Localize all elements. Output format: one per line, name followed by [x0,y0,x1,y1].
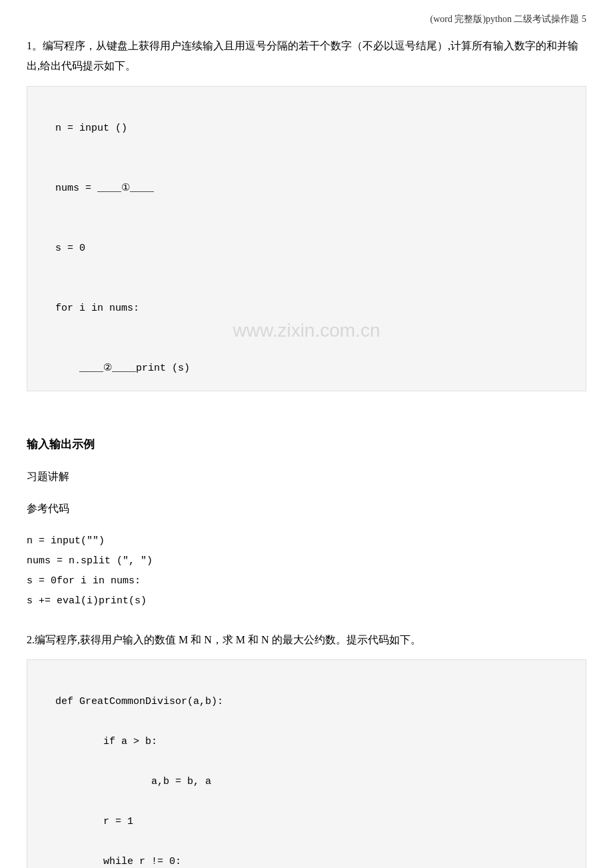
code-line-2: nums = ____①____ [55,183,154,194]
q2-code-line-5: while r != 0: [55,856,181,867]
code-line-1: n = input () [55,123,127,134]
q2-code-line-3: a,b = b, a [55,776,211,787]
question2-text: 2.编写程序,获得用户输入的数值 M 和 N，求 M 和 N 的最大公约数。提示… [27,630,586,650]
code-line-5: ____②____print (s) [55,363,190,374]
ref-code-line-3: s = 0for i in nums: [27,575,141,587]
code-block-1: n = input () nums = ____①____ s = 0 for … [27,86,586,391]
q2-code-line-4: r = 1 [55,816,133,827]
ref-code-line-2: nums = n.split (", ") [27,555,153,567]
page-header: (word 完整版)python 二级考试操作题 5 [27,13,586,25]
reference-label: 参考代码 [27,499,586,519]
question1-text: 1。编写程序，从键盘上获得用户连续输入且用逗号分隔的若干个数字（不必以逗号结尾）… [27,36,586,77]
q2-code-line-2: if a > b: [55,736,157,747]
ref-code-line-1: n = input("") [27,535,105,547]
reference-code-block: n = input("") nums = n.split (", ") s = … [27,531,586,611]
io-section-heading: 输入输出示例 [27,437,586,452]
code-block-2: def GreatCommonDivisor(a,b): if a > b: a… [27,659,586,868]
q2-code-line-1: def GreatCommonDivisor(a,b): [55,696,223,707]
exercise-label: 习题讲解 [27,467,586,487]
code-line-4: for i in nums: [55,303,139,314]
code-line-3: s = 0 [55,243,85,254]
ref-code-line-4: s += eval(i)print(s) [27,595,147,607]
